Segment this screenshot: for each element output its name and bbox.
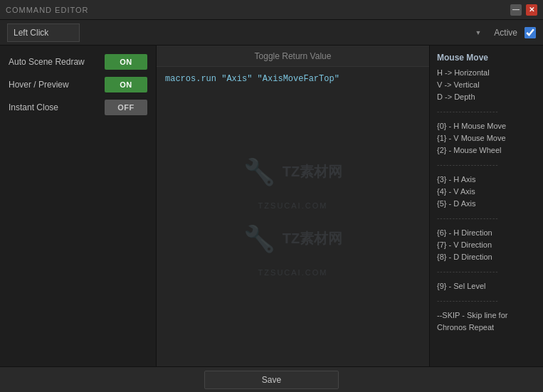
footer: Save xyxy=(0,366,543,392)
command-dropdown[interactable]: Left Click Right Click Middle Click Doub… xyxy=(7,23,80,42)
active-label: Active xyxy=(494,28,517,38)
right-panel-line: {7} - V Direction xyxy=(437,239,536,251)
minimize-button[interactable]: — xyxy=(510,4,522,16)
center-panel: Toggle Return Value macros.run "Axis" "A… xyxy=(157,46,429,366)
save-button[interactable]: Save xyxy=(204,371,339,389)
code-line-1: macros.run "Axis" "AxisMoveFarTop" xyxy=(165,73,421,85)
right-panel-line: {9} - Sel Level xyxy=(437,280,536,292)
hover-preview-toggle[interactable]: ON xyxy=(105,77,147,92)
right-panel-line: {2} - Mouse Wheel xyxy=(437,144,536,157)
right-panel-line: H -> Horizontal xyxy=(437,67,536,79)
hover-preview-row: Hover / Preview ON xyxy=(9,77,147,92)
right-panel-line: {4} - V Axis xyxy=(437,186,536,198)
right-panel-line: {0} - H Mouse Move xyxy=(437,120,536,132)
right-panel-line: V -> Vertical xyxy=(437,79,536,91)
toggle-return-value-button[interactable]: Toggle Return Value xyxy=(157,46,429,67)
left-panel: Auto Scene Redraw ON Hover / Preview ON … xyxy=(0,46,157,366)
right-panel-line: {6} - H Direction xyxy=(437,227,536,239)
close-button[interactable]: ✕ xyxy=(526,4,537,16)
hover-preview-label: Hover / Preview xyxy=(9,80,69,90)
instant-close-row: Instant Close OFF xyxy=(9,100,147,115)
right-panel-line: {1} - V Mouse Move xyxy=(437,132,536,144)
active-checkbox[interactable] xyxy=(524,27,536,38)
right-panel-lines: H -> HorizontalV -> VerticalD -> Depth--… xyxy=(437,67,536,334)
instant-close-toggle[interactable]: OFF xyxy=(105,100,147,115)
title-bar-title: COMMAND EDITOR xyxy=(6,6,88,14)
watermark: 🔧 TZ素材网 TZSUCAI.COM 🔧 TZ素材网 TZSUCAI.COM xyxy=(243,157,342,277)
instant-close-label: Instant Close xyxy=(9,102,58,112)
right-panel: Mouse Move H -> HorizontalV -> VerticalD… xyxy=(429,46,543,366)
right-panel-line: {3} - H Axis xyxy=(437,174,536,186)
right-panel-line: -------------------- xyxy=(437,295,536,307)
mouse-move-header: Mouse Move xyxy=(437,51,536,64)
right-panel-line: -------------------- xyxy=(437,159,536,171)
right-panel-line: {8} - D Direction xyxy=(437,251,536,263)
auto-scene-redraw-row: Auto Scene Redraw ON xyxy=(9,54,147,70)
right-panel-line: -------------------- xyxy=(437,265,536,278)
title-bar-controls: — ✕ xyxy=(510,4,537,16)
auto-scene-redraw-toggle[interactable]: ON xyxy=(105,54,147,70)
title-bar: COMMAND EDITOR — ✕ xyxy=(0,0,543,20)
auto-scene-redraw-label: Auto Scene Redraw xyxy=(9,57,85,67)
right-panel-line: -------------------- xyxy=(437,105,536,118)
code-area[interactable]: macros.run "Axis" "AxisMoveFarTop" 🔧 TZ素… xyxy=(157,67,429,366)
header-row: Left Click Right Click Middle Click Doub… xyxy=(0,20,543,46)
command-dropdown-wrapper: Left Click Right Click Middle Click Doub… xyxy=(7,23,487,42)
right-panel-line: D -> Depth xyxy=(437,91,536,103)
right-panel-line: --SKIP - Skip line for Chronos Repeat xyxy=(437,309,536,334)
main-area: Auto Scene Redraw ON Hover / Preview ON … xyxy=(0,46,543,366)
right-panel-line: {5} - D Axis xyxy=(437,198,536,210)
right-panel-line: -------------------- xyxy=(437,212,536,225)
